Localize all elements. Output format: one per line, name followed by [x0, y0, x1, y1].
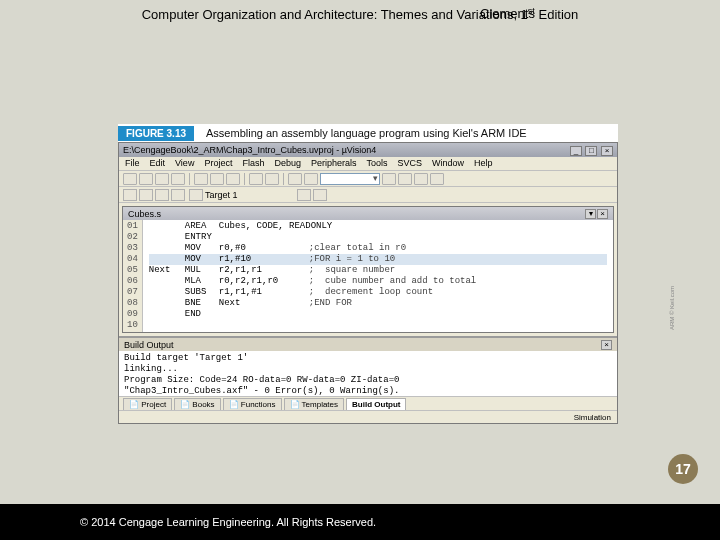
code-line[interactable]: END — [149, 309, 607, 320]
line-number: 06 — [127, 276, 138, 287]
slide-header: Computer Organization and Architecture: … — [0, 6, 720, 22]
toolbar-separator — [189, 173, 190, 185]
build-output-close[interactable]: × — [601, 340, 612, 350]
bottom-tab-bar: 📄 Project📄 Books📄 Functions📄 TemplatesBu… — [119, 396, 617, 410]
header-prefix: Computer Organization and Architecture: … — [142, 7, 528, 22]
line-number: 09 — [127, 309, 138, 320]
status-bar: Simulation — [119, 410, 617, 423]
menu-help[interactable]: Help — [474, 158, 493, 169]
line-number: 01 — [127, 221, 138, 232]
menu-window[interactable]: Window — [432, 158, 464, 169]
paste-button[interactable] — [226, 173, 240, 185]
tab-functions[interactable]: 📄 Functions — [223, 398, 282, 410]
line-number: 04 — [127, 254, 138, 265]
build-output-body[interactable]: Build target 'Target 1'linking...Program… — [119, 351, 617, 396]
code-line[interactable]: SUBSr1,r1,#1; decrement loop count — [149, 287, 607, 298]
line-number: 10 — [127, 320, 138, 331]
line-number: 05 — [127, 265, 138, 276]
figure-tag: FIGURE 3.13 — [118, 126, 194, 141]
build-button[interactable] — [123, 189, 137, 201]
target-options-button[interactable] — [297, 189, 311, 201]
toolbar-separator — [283, 173, 284, 185]
save-all-button[interactable] — [171, 173, 185, 185]
menubar: FileEditViewProjectFlashDebugPeripherals… — [119, 157, 617, 171]
code-line[interactable]: MOVr1,#10;FOR i = 1 to 10 — [149, 254, 607, 265]
image-credit: ARM © Keil.com — [669, 286, 675, 330]
editor-close-button[interactable]: × — [597, 209, 608, 219]
build-output-titlebar: Build Output × — [119, 338, 617, 351]
build-toolbar: Target 1 — [119, 187, 617, 203]
config-button[interactable] — [430, 173, 444, 185]
main-toolbar — [119, 171, 617, 187]
build-output-line: Program Size: Code=24 RO-data=0 RW-data=… — [124, 375, 612, 386]
rebuild-button[interactable] — [139, 189, 153, 201]
build-output-line: linking... — [124, 364, 612, 375]
menu-edit[interactable]: Edit — [150, 158, 166, 169]
close-button[interactable]: × — [601, 146, 613, 156]
copy-button[interactable] — [210, 173, 224, 185]
cut-button[interactable] — [194, 173, 208, 185]
page-number-badge: 17 — [668, 454, 698, 484]
line-number: 07 — [127, 287, 138, 298]
menu-debug[interactable]: Debug — [274, 158, 301, 169]
editor-panel: Cubes.s ▾ × 01020304050607080910 AREACub… — [122, 206, 614, 333]
code-line[interactable]: NextMULr2,r1,r1; square number — [149, 265, 607, 276]
manage-button[interactable] — [313, 189, 327, 201]
target-combo[interactable]: Target 1 — [205, 190, 295, 200]
undo-button[interactable] — [249, 173, 263, 185]
figure-container: FIGURE 3.13 Assembling an assembly langu… — [118, 124, 618, 424]
ide-titlebar: E:\CengageBook\2_ARM\Chap3_Intro_Cubes.u… — [119, 143, 617, 157]
line-number: 03 — [127, 243, 138, 254]
code-line[interactable]: MOVr0,#0;clear total in r0 — [149, 243, 607, 254]
open-button[interactable] — [139, 173, 153, 185]
minimize-button[interactable]: _ — [570, 146, 582, 156]
maximize-button[interactable]: □ — [585, 146, 597, 156]
build-output-line: "Chap3_Intro_Cubes.axf" - 0 Error(s), 0 … — [124, 386, 612, 396]
find-combo[interactable] — [320, 173, 380, 185]
menu-flash[interactable]: Flash — [242, 158, 264, 169]
code-line[interactable]: AREACubes, CODE, READONLY — [149, 221, 607, 232]
tab-books[interactable]: 📄 Books — [174, 398, 220, 410]
editor-titlebar: Cubes.s ▾ × — [123, 207, 613, 220]
menu-project[interactable]: Project — [204, 158, 232, 169]
new-file-button[interactable] — [123, 173, 137, 185]
code-line[interactable] — [149, 320, 607, 331]
redo-button[interactable] — [265, 173, 279, 185]
ide-title-text: E:\CengageBook\2_ARM\Chap3_Intro_Cubes.u… — [123, 145, 376, 155]
editor-restore-button[interactable]: ▾ — [585, 209, 596, 219]
find-button[interactable] — [304, 173, 318, 185]
code-line[interactable]: ENTRY — [149, 232, 607, 243]
toolbar-separator — [244, 173, 245, 185]
code-line[interactable]: BNENext;END FOR — [149, 298, 607, 309]
bookmark-button[interactable] — [288, 173, 302, 185]
copyright-text: © 2014 Cengage Learning Engineering. All… — [80, 516, 376, 528]
build-output-line: Build target 'Target 1' — [124, 353, 612, 364]
code-content[interactable]: AREACubes, CODE, READONLYENTRYMOVr0,#0;c… — [143, 220, 613, 332]
stop-build-button[interactable] — [171, 189, 185, 201]
save-button[interactable] — [155, 173, 169, 185]
line-gutter: 01020304050607080910 — [123, 220, 143, 332]
menu-tools[interactable]: Tools — [366, 158, 387, 169]
copyright-bar: © 2014 Cengage Learning Engineering. All… — [0, 504, 720, 540]
line-number: 02 — [127, 232, 138, 243]
status-simulation: Simulation — [574, 413, 611, 422]
figure-caption-text: Assembling an assembly language program … — [206, 127, 527, 139]
menu-peripherals[interactable]: Peripherals — [311, 158, 357, 169]
titlebar-controls: _ □ × — [569, 145, 613, 156]
build-output-title: Build Output — [124, 340, 174, 350]
tab-build-output[interactable]: Build Output — [346, 398, 406, 410]
code-area[interactable]: 01020304050607080910 AREACubes, CODE, RE… — [123, 220, 613, 332]
menu-file[interactable]: File — [125, 158, 140, 169]
options-button[interactable] — [414, 173, 428, 185]
debug-run-button[interactable] — [382, 173, 396, 185]
ide-window: E:\CengageBook\2_ARM\Chap3_Intro_Cubes.u… — [118, 142, 618, 424]
translate-button[interactable] — [155, 189, 169, 201]
menu-svcs[interactable]: SVCS — [398, 158, 423, 169]
debug-stop-button[interactable] — [398, 173, 412, 185]
menu-view[interactable]: View — [175, 158, 194, 169]
line-number: 08 — [127, 298, 138, 309]
tab-templates[interactable]: 📄 Templates — [284, 398, 345, 410]
code-line[interactable]: MLAr0,r2,r1,r0; cube number and add to t… — [149, 276, 607, 287]
download-button[interactable] — [189, 189, 203, 201]
tab-project[interactable]: 📄 Project — [123, 398, 172, 410]
